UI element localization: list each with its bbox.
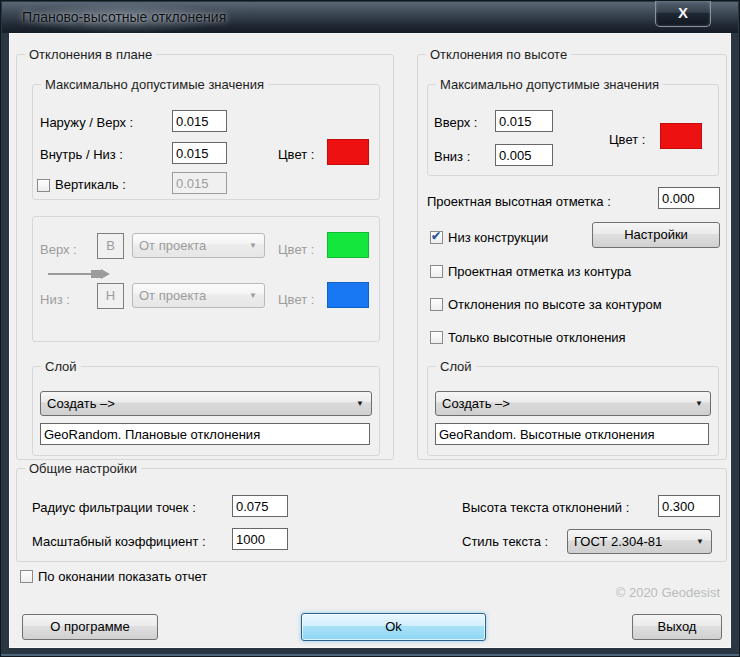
settings-button[interactable]: Настройки xyxy=(592,222,720,248)
exit-button[interactable]: Выход xyxy=(632,614,722,640)
vertical-checkbox[interactable] xyxy=(37,179,50,192)
direction-bottom-select-value: От проекта xyxy=(139,288,206,303)
about-button[interactable]: О программе xyxy=(22,614,158,640)
scale-factor-label: Масштабный коэффициент : xyxy=(32,534,206,550)
filter-radius-label: Радиус фильтрации точек : xyxy=(32,500,196,516)
down-label: Вниз : xyxy=(434,149,470,165)
direction-top-color-label: Цвет : xyxy=(278,242,314,258)
chevron-down-icon: ▼ xyxy=(356,392,364,415)
outside-contour-label: Отклонения по высоте за контуром xyxy=(448,297,662,313)
text-style-select-value: ГОСТ 2.304-81 xyxy=(574,534,662,549)
show-report-label: По оконании показать отчет xyxy=(38,569,207,585)
window-title: Планово-высотные отклонения xyxy=(22,9,226,25)
chevron-down-icon: ▼ xyxy=(249,234,257,257)
height-layer-group-title: Слой xyxy=(436,359,476,374)
right-arrow-icon xyxy=(47,267,113,281)
only-height-checkbox[interactable] xyxy=(430,331,443,344)
chevron-down-icon: ▼ xyxy=(695,392,703,415)
outside-contour-checkbox[interactable] xyxy=(430,298,443,311)
mark-from-contour-label: Проектная отметка из контура xyxy=(448,264,631,280)
mark-from-contour-checkbox[interactable] xyxy=(430,265,443,278)
close-icon[interactable]: X xyxy=(655,1,711,27)
dialog-window: Планово-высотные отклонения X Отклонения… xyxy=(0,0,740,657)
height-color-swatch[interactable] xyxy=(660,123,702,149)
chevron-down-icon: ▼ xyxy=(249,284,257,307)
design-mark-input[interactable] xyxy=(658,187,720,209)
plan-color-label: Цвет : xyxy=(278,147,314,163)
up-label: Вверх : xyxy=(434,115,477,131)
plan-layer-select[interactable]: Создать –> ▼ xyxy=(40,391,372,416)
only-height-label: Только высотные отклонения xyxy=(448,330,626,346)
copyright-text: © 2020 Geodesist xyxy=(616,585,720,600)
vertical-label: Вертикаль : xyxy=(55,177,126,193)
bottom-structure-checkbox[interactable]: ✔ xyxy=(430,231,443,244)
direction-bottom-color-label: Цвет : xyxy=(278,292,314,308)
direction-bottom-color-swatch xyxy=(327,282,369,308)
chevron-down-icon: ▼ xyxy=(696,530,704,553)
text-height-input[interactable] xyxy=(658,495,720,517)
filter-radius-input[interactable] xyxy=(232,495,288,517)
plan-color-swatch[interactable] xyxy=(327,139,369,165)
outward-top-input[interactable] xyxy=(172,110,227,132)
inward-bottom-label: Внутрь / Низ : xyxy=(40,147,123,163)
common-settings-title: Общие настройки xyxy=(25,461,141,476)
height-color-label: Цвет : xyxy=(609,132,645,148)
check-icon: ✔ xyxy=(431,229,441,243)
direction-top-color-swatch xyxy=(327,232,369,258)
direction-bottom-select: От проекта ▼ xyxy=(132,283,265,308)
design-mark-label: Проектная высотная отметка : xyxy=(427,194,611,210)
inward-bottom-input[interactable] xyxy=(172,142,227,164)
down-input[interactable] xyxy=(495,144,553,166)
title-bar: Планово-высотные отклонения xyxy=(2,2,738,33)
plan-layer-name-input[interactable] xyxy=(40,423,370,445)
up-input[interactable] xyxy=(495,110,553,132)
show-report-checkbox[interactable] xyxy=(20,570,33,583)
direction-bottom-label: Низ : xyxy=(40,292,70,308)
bottom-structure-label: Низ конструкции xyxy=(448,230,548,246)
ok-button[interactable]: Ok xyxy=(301,613,486,641)
vertical-input xyxy=(172,172,227,194)
direction-top-label: Верх : xyxy=(40,242,77,258)
scale-factor-input[interactable] xyxy=(232,528,288,550)
text-height-label: Высота текста отклонений : xyxy=(462,500,629,516)
height-max-group-title: Максимально допустимые значения xyxy=(436,77,663,92)
plan-group-title: Отклонения в плане xyxy=(25,47,156,62)
dialog-client-area: Отклонения в плане Максимально допустимы… xyxy=(9,33,731,648)
height-layer-name-input[interactable] xyxy=(435,423,709,445)
outward-top-label: Наружу / Верх : xyxy=(40,115,133,131)
direction-top-letterbox: В xyxy=(97,233,124,259)
plan-max-group-title: Максимально допустимые значения xyxy=(41,77,268,92)
height-layer-select-value: Создать –> xyxy=(442,396,510,411)
plan-layer-select-value: Создать –> xyxy=(47,396,115,411)
height-group-title: Отклонения по высоте xyxy=(426,47,571,62)
text-style-label: Стиль текста : xyxy=(462,534,548,550)
direction-top-select-value: От проекта xyxy=(139,238,206,253)
height-layer-select[interactable]: Создать –> ▼ xyxy=(435,391,711,416)
text-style-select[interactable]: ГОСТ 2.304-81 ▼ xyxy=(567,529,712,554)
direction-bottom-letterbox: Н xyxy=(97,283,124,309)
plan-layer-group-title: Слой xyxy=(41,359,81,374)
direction-top-select: От проекта ▼ xyxy=(132,233,265,258)
